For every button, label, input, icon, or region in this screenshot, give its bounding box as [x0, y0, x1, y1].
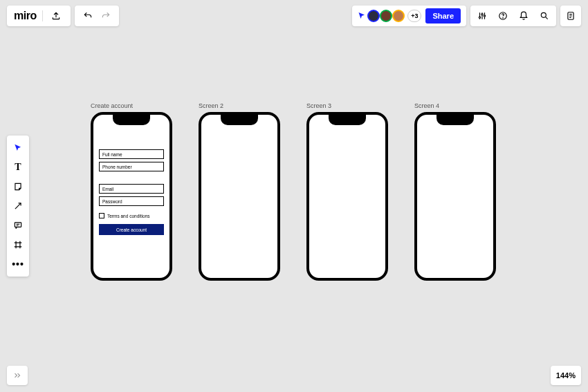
signup-form: Full name Phone number Email Password Te…: [99, 149, 164, 235]
email-label: Email: [102, 187, 113, 192]
create-account-button[interactable]: Create account: [99, 224, 164, 235]
phone-number-label: Phone number: [102, 165, 132, 169]
phone-notch: [113, 114, 150, 125]
terms-label: Terms and conditions: [107, 214, 149, 218]
email-field[interactable]: Email: [99, 184, 164, 194]
terms-row[interactable]: Terms and conditions: [99, 213, 164, 218]
phone-notch: [329, 114, 366, 125]
frame-1-label[interactable]: Create account: [91, 102, 172, 109]
phone-number-field[interactable]: Phone number: [99, 162, 164, 171]
phone-notch: [221, 114, 258, 125]
terms-checkbox[interactable]: [99, 213, 104, 218]
create-account-button-label: Create account: [116, 227, 147, 232]
phone-notch: [437, 114, 474, 125]
phone-mock-1[interactable]: Full name Phone number Email Password Te…: [91, 112, 172, 281]
password-field[interactable]: Password: [99, 196, 164, 206]
full-name-label: Full name: [102, 152, 122, 157]
frame-3-label[interactable]: Screen 3: [306, 102, 388, 109]
phone-mock-2[interactable]: [199, 112, 280, 281]
frame-4-label[interactable]: Screen 4: [414, 102, 496, 109]
frame-2-label[interactable]: Screen 2: [199, 102, 280, 109]
full-name-field[interactable]: Full name: [99, 149, 164, 159]
frame-2[interactable]: Screen 2: [199, 102, 280, 281]
phone-mock-4[interactable]: [414, 112, 496, 281]
phone-mock-3[interactable]: [306, 112, 388, 281]
frame-1[interactable]: Create account Full name Phone number Em…: [91, 102, 172, 281]
password-label: Password: [102, 199, 122, 204]
frame-4[interactable]: Screen 4: [414, 102, 496, 281]
frame-3[interactable]: Screen 3: [306, 102, 388, 281]
canvas[interactable]: Create account Full name Phone number Em…: [0, 0, 588, 392]
